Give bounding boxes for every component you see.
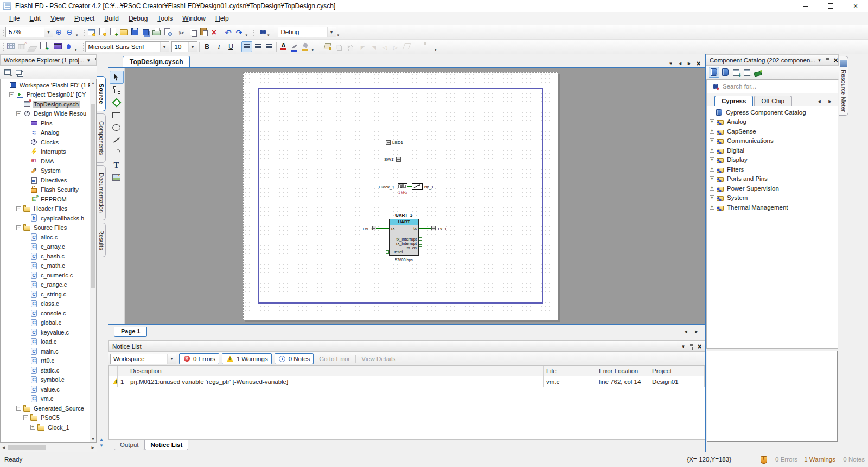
print-icon[interactable] bbox=[152, 27, 162, 36]
preview-icon[interactable] bbox=[163, 27, 173, 36]
ungroup-icon[interactable] bbox=[344, 42, 354, 52]
expander-icon[interactable]: + bbox=[710, 205, 714, 210]
panel-pin-icon[interactable] bbox=[93, 56, 97, 64]
expander-icon[interactable]: − bbox=[9, 92, 14, 97]
clock1-label[interactable]: Clock_1 bbox=[379, 185, 394, 190]
grid-icon[interactable] bbox=[6, 41, 16, 51]
toolbar-overflow-icon[interactable]: ▾ bbox=[75, 48, 77, 53]
collapse-all-icon[interactable] bbox=[742, 67, 752, 77]
catalog-tab-cypress[interactable]: Cypress bbox=[714, 96, 753, 106]
tx-wire[interactable] bbox=[419, 228, 431, 229]
tree-item-clock-1[interactable]: +Clock_1 bbox=[1, 422, 90, 432]
goto-error-button[interactable]: Go to Error bbox=[319, 356, 350, 362]
panel-menu-down-icon[interactable] bbox=[679, 342, 687, 350]
tree-item-c-array-c[interactable]: c_array.c bbox=[1, 242, 90, 252]
scrollbar-thumb[interactable] bbox=[8, 445, 46, 450]
pen-color-icon[interactable] bbox=[290, 43, 299, 53]
select-b-icon[interactable] bbox=[423, 41, 433, 51]
menu-edit[interactable]: Edit bbox=[24, 13, 46, 24]
uart1-component[interactable]: UART rx tx tx_interrupt rx_interrupt tx_… bbox=[389, 219, 419, 256]
collapse-all-window-icon[interactable] bbox=[14, 67, 23, 77]
chip-icon[interactable] bbox=[53, 42, 62, 52]
layers-icon[interactable] bbox=[28, 43, 37, 53]
tree-item-c-hash-c[interactable]: c_hash.c bbox=[1, 251, 90, 261]
expand-all-icon[interactable] bbox=[731, 67, 741, 77]
expander-icon[interactable]: + bbox=[710, 138, 714, 143]
errors-filter-button[interactable]: 0 Errors bbox=[179, 353, 219, 364]
paste-plus-icon[interactable] bbox=[39, 41, 48, 51]
rotate-right-icon[interactable] bbox=[369, 42, 379, 52]
toolbar-overflow-icon[interactable]: ▾ bbox=[76, 33, 78, 39]
notice-scope-combo[interactable]: Workspace ▾ bbox=[110, 354, 176, 364]
uart-terminal[interactable] bbox=[386, 250, 389, 254]
tree-item-vm-c[interactable]: vm.c bbox=[1, 394, 90, 404]
expander-icon[interactable]: + bbox=[710, 176, 714, 181]
tree-item-c-string-c[interactable]: c_string.c bbox=[1, 289, 90, 299]
side-tab-source[interactable]: Source bbox=[97, 76, 106, 111]
zoom-in-icon[interactable] bbox=[54, 27, 63, 37]
uart-terminal[interactable] bbox=[419, 242, 422, 245]
catalog-category-communications[interactable]: +Communications bbox=[707, 136, 838, 146]
workspace-tree-hscrollbar[interactable]: ◄ ► bbox=[0, 443, 97, 452]
new-project-icon[interactable] bbox=[87, 27, 97, 37]
tree-item-system[interactable]: System bbox=[1, 166, 90, 176]
italic-button[interactable]: I bbox=[213, 42, 225, 52]
zoom-combo[interactable]: 57% ▾ bbox=[5, 27, 53, 37]
expander-icon[interactable]: − bbox=[16, 111, 21, 116]
bold-button[interactable]: B bbox=[201, 42, 213, 52]
tree-item-topdesign-cysch[interactable]: TopDesign.cysch bbox=[1, 99, 90, 109]
toolbar-overflow-icon[interactable]: ▾ bbox=[337, 33, 340, 39]
workspace-tree-vscrollbar[interactable]: ▲ ▼ bbox=[90, 79, 96, 442]
undo-icon[interactable] bbox=[224, 28, 233, 37]
document-tab-topdesign[interactable]: TopDesign.cysch bbox=[123, 56, 190, 67]
chevron-down-icon[interactable]: ▾ bbox=[160, 42, 169, 52]
expander-icon[interactable]: + bbox=[710, 186, 714, 191]
menu-debug[interactable]: Debug bbox=[124, 13, 152, 24]
header-description[interactable]: Description bbox=[127, 366, 544, 376]
save-icon[interactable] bbox=[130, 27, 140, 36]
tree-item-directives[interactable]: Directives bbox=[1, 175, 90, 185]
menu-window[interactable]: Window bbox=[177, 13, 210, 24]
status-notes[interactable]: 0 Notes bbox=[843, 456, 865, 463]
tree-item-pins[interactable]: Pins bbox=[1, 118, 90, 128]
sw1-pin-terminal[interactable] bbox=[396, 157, 401, 162]
ellipse-tool[interactable] bbox=[110, 122, 123, 134]
chevron-down-icon[interactable]: ▾ bbox=[188, 42, 197, 52]
menu-build[interactable]: Build bbox=[99, 13, 124, 24]
led1-label[interactable]: LED1 bbox=[392, 140, 403, 145]
side-tab-results[interactable]: Results bbox=[97, 223, 106, 258]
fill-color-icon[interactable] bbox=[301, 42, 310, 52]
schematic-page[interactable]: LED1 SW1 Clock_1 1 kHz bbox=[243, 72, 558, 320]
panel-close-icon[interactable] bbox=[832, 56, 839, 64]
tree-item-keyvalue-c[interactable]: keyvalue.c bbox=[1, 327, 90, 337]
toolbar-overflow-icon[interactable]: ▾ bbox=[312, 48, 314, 53]
collapse-window-icon[interactable] bbox=[3, 67, 12, 77]
tree-item-load-c[interactable]: load.c bbox=[1, 337, 90, 347]
expander-icon[interactable]: + bbox=[30, 425, 35, 430]
rx1-pin-terminal[interactable] bbox=[372, 226, 376, 230]
open-icon[interactable] bbox=[119, 27, 129, 36]
text-tool-tool[interactable] bbox=[110, 159, 123, 171]
toolbar-overflow-icon[interactable]: ▾ bbox=[435, 48, 437, 53]
tree-item-static-c[interactable]: static.c bbox=[1, 365, 90, 375]
build-config-combo[interactable]: Debug ▾ bbox=[278, 27, 336, 37]
tree-item-c-numeric-c[interactable]: c_numeric.c bbox=[1, 270, 90, 280]
tree-item-interrupts[interactable]: Interrupts bbox=[1, 147, 90, 157]
scroll-down-icon[interactable]: ▼ bbox=[90, 436, 96, 442]
panel-close-icon[interactable] bbox=[694, 59, 703, 67]
arc-tool[interactable] bbox=[110, 147, 123, 159]
page-1-tab[interactable]: Page 1 bbox=[114, 327, 147, 337]
warnings-filter-button[interactable]: 1 Warnings bbox=[222, 353, 272, 364]
save-all-icon[interactable] bbox=[141, 27, 151, 37]
side-tab-components[interactable]: Components bbox=[97, 113, 106, 162]
panel-pin-icon[interactable] bbox=[687, 342, 695, 350]
new-file-icon[interactable] bbox=[98, 27, 107, 36]
catalog-category-power-supervision[interactable]: +Power Supervision bbox=[707, 184, 838, 193]
catalog-root-cypress-component-catalog[interactable]: Cypress Component Catalog bbox=[707, 108, 838, 117]
chevron-down-icon[interactable]: ▾ bbox=[167, 354, 176, 364]
tab-strip-scrollers[interactable]: ▲▼ bbox=[98, 437, 105, 449]
tab-next-icon[interactable] bbox=[685, 59, 693, 67]
tree-item-clocks[interactable]: Clocks bbox=[1, 137, 90, 147]
status-warnings[interactable]: 1 Warnings bbox=[804, 456, 835, 463]
page-next-icon[interactable] bbox=[692, 327, 701, 337]
